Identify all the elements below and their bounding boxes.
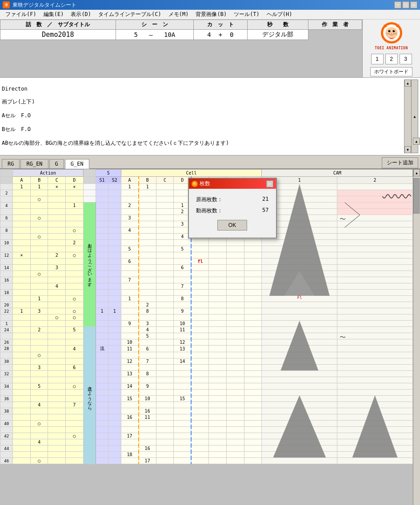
genma-label: 原画枚数： (196, 196, 223, 203)
modal-body: 原画枚数： 21 動画枚数： 57 OK (189, 189, 276, 238)
genma-value: 21 (262, 196, 268, 203)
modal-icon: 枚 (192, 181, 198, 187)
modal-ok-area: OK (196, 220, 269, 231)
doga-value: 57 (262, 207, 268, 215)
doga-label: 動画枚数： (196, 207, 223, 215)
modal-ok-button[interactable]: OK (217, 220, 247, 231)
modal-title-bar: 枚 枚数 ✕ (189, 179, 276, 189)
modal-close-button[interactable]: ✕ (266, 180, 273, 187)
modal-title: 枚数 (200, 180, 210, 187)
modal-dialog: 枚 枚数 ✕ 原画枚数： 21 動画枚数： 57 OK (188, 178, 277, 239)
modal-overlay: 枚 枚数 ✕ 原画枚数： 21 動画枚数： 57 OK (0, 0, 420, 505)
modal-row-doga: 動画枚数： 57 (196, 207, 269, 215)
modal-row-genma: 原画枚数： 21 (196, 196, 269, 203)
